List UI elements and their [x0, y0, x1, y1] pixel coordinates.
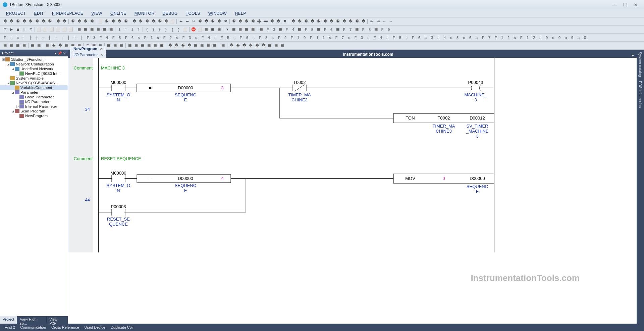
toolbar-button[interactable]: ▦: [30, 43, 36, 49]
toolbar-button[interactable]: s: [136, 35, 142, 41]
tree-item[interactable]: ◢NewPLC(XGB-XBCXS...: [0, 81, 68, 85]
status-item[interactable]: Cross Reference: [49, 325, 81, 329]
toolbar-button[interactable]: ▦: [267, 43, 273, 49]
toolbar-button[interactable]: ▦: [244, 27, 250, 33]
toolbar-button[interactable]: F: [308, 35, 314, 41]
toolbar-button[interactable]: 3: [187, 35, 193, 41]
toolbar-button[interactable]: �: [131, 18, 137, 25]
toolbar-button[interactable]: �: [110, 18, 116, 25]
sidebar-tab[interactable]: Project: [0, 316, 17, 324]
toolbar-button[interactable]: ┼: [34, 35, 40, 41]
toolbar-button[interactable]: s: [327, 35, 333, 41]
toolbar-button[interactable]: �: [167, 43, 173, 49]
toolbar-button[interactable]: 5: [309, 27, 315, 33]
toolbar-button[interactable]: �: [138, 18, 144, 25]
toolbar-button[interactable]: c: [384, 35, 390, 41]
minimize-button[interactable]: —: [609, 2, 620, 7]
toolbar-button[interactable]: �: [150, 18, 156, 25]
toolbar-button[interactable]: c: [15, 35, 21, 41]
menu-help[interactable]: HELP: [231, 10, 249, 16]
toolbar-button[interactable]: �: [303, 18, 309, 25]
toolbar-button[interactable]: F: [98, 35, 104, 41]
tree-item[interactable]: ◢Undefined Network: [0, 66, 68, 71]
toolbar-button[interactable]: ▦: [273, 43, 279, 49]
toolbar-button[interactable]: 7: [486, 35, 492, 41]
toolbar-button[interactable]: �: [260, 43, 266, 49]
toolbar-button[interactable]: c: [423, 35, 429, 41]
toolbar-button[interactable]: c: [550, 35, 556, 41]
toolbar-button[interactable]: ▦: [237, 27, 243, 33]
toolbar-button[interactable]: ▦: [212, 43, 218, 49]
toolbar-button[interactable]: �: [360, 18, 366, 25]
toolbar-button[interactable]: {: [169, 27, 175, 33]
toolbar-button[interactable]: 6: [244, 35, 250, 41]
toolbar-button[interactable]: ▦: [279, 43, 285, 49]
toolbar-button[interactable]: 3: [359, 35, 365, 41]
toolbar-button[interactable]: �: [235, 43, 241, 49]
toolbar-button[interactable]: 1: [499, 35, 505, 41]
toolbar-button[interactable]: 2: [531, 35, 537, 41]
toolbar-button[interactable]: �: [70, 18, 76, 25]
tree-expand-icon[interactable]: ▣: [1, 58, 5, 61]
ladder-diagram[interactable]: CommentMACHINE 334M00000SYSTEM_ON=D00000…: [68, 58, 637, 324]
toolbar-button[interactable]: �: [104, 18, 110, 25]
toolbar-button[interactable]: ⬜: [55, 27, 61, 33]
toolbar-button[interactable]: │: [78, 35, 85, 41]
toolbar-button[interactable]: ▦: [354, 27, 360, 33]
toolbar-button[interactable]: 5: [225, 35, 231, 41]
toolbar-button[interactable]: F: [200, 35, 206, 41]
close-button[interactable]: ✕: [631, 2, 641, 7]
panel-pin-icon[interactable]: 📌: [58, 51, 62, 55]
toolbar-button[interactable]: �: [123, 18, 129, 25]
toolbar-button[interactable]: ⬜: [97, 18, 103, 25]
project-tree[interactable]: ▣1Button_3Function◢Network Configuration…: [0, 56, 68, 316]
toolbar-button[interactable]: 4: [290, 27, 296, 33]
toolbar-button[interactable]: F: [257, 35, 263, 41]
toolbar-button[interactable]: 3: [271, 27, 277, 33]
toolbar-button[interactable]: ▦: [140, 43, 146, 49]
toolbar-button[interactable]: �: [144, 18, 150, 25]
toolbar-button[interactable]: �: [297, 18, 303, 25]
tab-close-icon[interactable]: ✕: [100, 53, 103, 57]
toolbar-button[interactable]: �: [21, 18, 27, 25]
toolbar-button[interactable]: F: [85, 35, 91, 41]
toolbar-button[interactable]: ▦: [203, 27, 209, 33]
toolbar-button[interactable]: �: [83, 18, 89, 25]
toolbar-button[interactable]: �: [269, 18, 275, 25]
toolbar-button[interactable]: 3: [91, 35, 97, 41]
toolbar-button[interactable]: ✖: [222, 18, 228, 25]
tree-item[interactable]: NewPLC [B0S0 Int...: [0, 71, 68, 76]
toolbar-button[interactable]: ├: [28, 35, 34, 41]
toolbar-button[interactable]: 6: [129, 35, 136, 41]
toolbar-button[interactable]: F: [480, 35, 486, 41]
toolbar-button[interactable]: �: [290, 18, 296, 25]
toolbar-button[interactable]: s: [193, 35, 199, 41]
status-item[interactable]: Used Device: [83, 325, 107, 329]
status-item[interactable]: Find 2: [3, 325, 17, 329]
toolbar-button[interactable]: c: [365, 35, 371, 41]
toolbar-button[interactable]: ⬜: [169, 18, 175, 25]
toolbar-button[interactable]: 2: [505, 35, 512, 41]
tree-expand-icon[interactable]: ◢: [6, 81, 10, 85]
toolbar-button[interactable]: F: [303, 27, 309, 33]
toolbar-button[interactable]: F: [410, 35, 416, 41]
toolbar-button[interactable]: ▦: [199, 43, 205, 49]
toolbar-button[interactable]: ✂: [191, 18, 197, 25]
toolbar-button[interactable]: �: [354, 18, 360, 25]
toolbar-button[interactable]: ▦: [277, 27, 283, 33]
toolbar-button[interactable]: F: [238, 35, 244, 41]
toolbar-button[interactable]: F: [372, 35, 378, 41]
tree-item[interactable]: System Variable: [0, 76, 68, 81]
toolbar-button[interactable]: ▦: [15, 43, 21, 49]
toolbar-button[interactable]: ⟲: [28, 27, 34, 33]
toolbar-button[interactable]: s: [231, 35, 237, 41]
menu-window[interactable]: WINDOW: [205, 10, 230, 16]
tree-item[interactable]: ◢Scan Program: [0, 109, 68, 113]
toolbar-button[interactable]: ⏸: [21, 27, 27, 33]
toolbar-button[interactable]: c: [404, 35, 410, 41]
toolbar-button[interactable]: →: [388, 18, 394, 25]
toolbar-button[interactable]: �: [34, 18, 40, 25]
toolbar-button[interactable]: �: [228, 43, 234, 49]
toolbar-button[interactable]: 6: [467, 35, 473, 41]
toolbar-button[interactable]: �: [210, 18, 216, 25]
